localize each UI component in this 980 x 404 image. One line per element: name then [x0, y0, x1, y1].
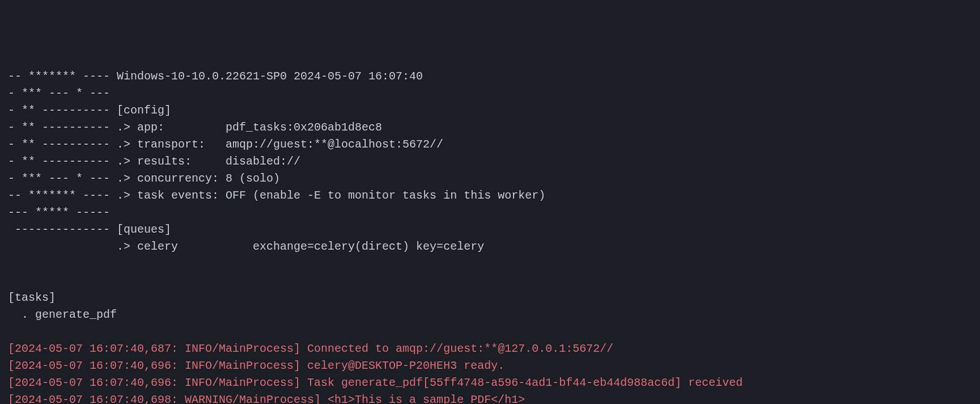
tasks-header: [tasks]: [8, 289, 972, 306]
banner-line-transport: - ** ---------- .> transport: amqp://gue…: [8, 136, 972, 153]
banner-line-app: - ** ---------- .> app: pdf_tasks:0x206a…: [8, 119, 972, 136]
banner-line-task-events: -- ******* ---- .> task events: OFF (ena…: [8, 187, 972, 204]
log-line-task-received: [2024-05-07 16:07:40,696: INFO/MainProce…: [8, 374, 972, 392]
log-line-connected: [2024-05-07 16:07:40,687: INFO/MainProce…: [8, 340, 972, 357]
banner-line-queue-celery: .> celery exchange=celery(direct) key=ce…: [8, 238, 972, 255]
banner-line-concurrency: - *** --- * --- .> concurrency: 8 (solo): [8, 170, 972, 187]
banner-line-platform: -- ******* ---- Windows-10-10.0.22621-SP…: [8, 68, 972, 85]
blank-line: [8, 255, 972, 272]
blank-line: [8, 272, 972, 289]
task-item: . generate_pdf: [8, 306, 972, 323]
banner-line-config-header: - ** ---------- [config]: [8, 102, 972, 119]
banner-line-results: - ** ---------- .> results: disabled://: [8, 153, 972, 170]
log-line-warning: [2024-05-07 16:07:40,698: WARNING/MainPr…: [8, 392, 972, 404]
banner-line-art: --- ***** -----: [8, 204, 972, 221]
log-line-ready: [2024-05-07 16:07:40,696: INFO/MainProce…: [8, 357, 972, 374]
banner-line-art: - *** --- * ---: [8, 85, 972, 102]
blank-line: [8, 323, 972, 340]
banner-line-queues-header: -------------- [queues]: [8, 221, 972, 238]
